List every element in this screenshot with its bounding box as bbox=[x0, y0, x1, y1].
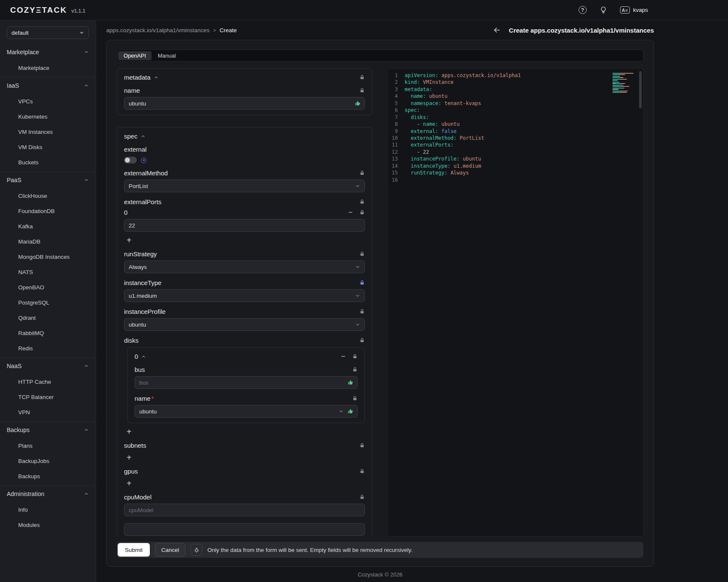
externalPorts-item-input[interactable] bbox=[124, 219, 365, 232]
sidebar-item-info[interactable]: Info bbox=[0, 502, 96, 517]
sidebar-item-vpn[interactable]: VPN bbox=[0, 405, 96, 420]
externalMethod-select[interactable]: PortList bbox=[124, 180, 365, 192]
lock-icon[interactable] bbox=[359, 75, 365, 80]
sidebar-item-clickhouse[interactable]: ClickHouse bbox=[0, 188, 96, 203]
editor-scrollbar[interactable] bbox=[639, 71, 642, 108]
debug-button[interactable] bbox=[190, 544, 202, 556]
breadcrumb-link[interactable]: apps.cozystack.io/v1alpha1/vminstances bbox=[106, 27, 210, 33]
sidebar-section-administration[interactable]: Administration bbox=[0, 486, 96, 502]
code-line: 4 name: ubuntu bbox=[388, 93, 643, 100]
user-menu[interactable]: A≡ kvaps bbox=[620, 6, 648, 14]
remove-item-button[interactable]: − bbox=[348, 209, 353, 216]
sidebar-item-http-cache[interactable]: HTTP Cache bbox=[0, 374, 96, 389]
collapse-chevron-icon[interactable] bbox=[141, 354, 146, 359]
sidebar-section-backups[interactable]: Backups bbox=[0, 422, 96, 438]
chevron-up-icon bbox=[84, 177, 89, 183]
lock-icon[interactable] bbox=[352, 396, 358, 401]
add-disk-button[interactable]: + bbox=[127, 427, 132, 436]
runStrategy-select[interactable]: Always bbox=[124, 261, 365, 273]
lock-icon[interactable] bbox=[359, 468, 365, 474]
disk-name-select[interactable]: ubuntu bbox=[135, 405, 358, 418]
sidebar-item-nats[interactable]: NATS bbox=[0, 264, 96, 280]
instanceType-select[interactable]: u1.medium bbox=[124, 289, 365, 302]
sidebar-item-plans[interactable]: Plans bbox=[0, 438, 96, 453]
line-number: 6 bbox=[388, 107, 405, 114]
sidebar-item-marketplace[interactable]: Marketplace bbox=[0, 60, 96, 75]
runStrategy-value: Always bbox=[129, 264, 147, 270]
sidebar-item-foundationdb[interactable]: FoundationDB bbox=[0, 203, 96, 219]
sidebar-item-rabbitmq[interactable]: RabbitMQ bbox=[0, 325, 96, 341]
sidebar-item-redis[interactable]: Redis bbox=[0, 341, 96, 356]
theme-bulb-icon[interactable] bbox=[599, 6, 607, 14]
sidebar-item-label: MongoDB Instances bbox=[18, 254, 70, 260]
editor-mode-tabs: OpenAPI Manual bbox=[117, 50, 643, 61]
lock-icon[interactable] bbox=[359, 170, 365, 176]
sidebar-item-postgresql[interactable]: PostgreSQL bbox=[0, 295, 96, 310]
lock-icon[interactable] bbox=[359, 251, 365, 257]
page-header: apps.cozystack.io/v1alpha1/vminstances >… bbox=[106, 20, 654, 40]
metadata-section: metadata name bbox=[117, 68, 372, 115]
tab-manual[interactable]: Manual bbox=[152, 51, 182, 60]
collapse-chevron-icon[interactable] bbox=[141, 134, 146, 139]
yaml-editor[interactable]: 1apiVersion: apps.cozystack.io/v1alpha1 … bbox=[387, 68, 643, 537]
disk-bus-input[interactable] bbox=[135, 376, 358, 389]
collapse-chevron-icon[interactable] bbox=[154, 75, 159, 80]
sidebar-item-backupjobs[interactable]: BackupJobs bbox=[0, 453, 96, 468]
sidebar-item-vm-instances[interactable]: VM Instances bbox=[0, 124, 96, 139]
help-icon[interactable]: ? bbox=[579, 6, 587, 14]
disk-name-value: ubuntu bbox=[139, 408, 157, 415]
section-label: IaaS bbox=[7, 82, 19, 89]
sidebar-item-kafka[interactable]: Kafka bbox=[0, 219, 96, 234]
sidebar-item-tcp-balancer[interactable]: TCP Balancer bbox=[0, 389, 96, 405]
instanceType-value: u1.medium bbox=[129, 293, 157, 299]
sidebar-section: IaaS VPCs Kubernetes VM Instances VM Dis… bbox=[0, 77, 96, 172]
editor-minimap[interactable] bbox=[612, 72, 636, 94]
sidebar-item-mariadb[interactable]: MariaDB bbox=[0, 234, 96, 249]
back-arrow-icon[interactable] bbox=[493, 26, 501, 34]
add-subnet-button[interactable]: + bbox=[127, 453, 132, 462]
lock-icon[interactable] bbox=[359, 210, 365, 215]
logo-text: COZYΞTACK bbox=[10, 6, 67, 15]
sidebar-item-mongodb-instances[interactable]: MongoDB Instances bbox=[0, 249, 96, 264]
logo[interactable]: COZYΞTACK v1.1.1 bbox=[10, 6, 85, 15]
cpuModel-input[interactable] bbox=[124, 504, 365, 516]
sidebar-item-vpcs[interactable]: VPCs bbox=[0, 94, 96, 109]
add-port-button[interactable]: + bbox=[127, 236, 132, 244]
tab-openapi[interactable]: OpenAPI bbox=[118, 51, 152, 60]
cancel-button[interactable]: Cancel bbox=[155, 543, 185, 557]
sidebar-item-backups[interactable]: Backups bbox=[0, 468, 96, 484]
tenant-select[interactable]: default bbox=[7, 26, 89, 39]
lock-icon[interactable] bbox=[359, 199, 365, 205]
sidebar-section-naas[interactable]: NaaS bbox=[0, 358, 96, 374]
remove-disk-button[interactable]: − bbox=[341, 353, 345, 360]
lock-icon[interactable] bbox=[352, 367, 358, 372]
add-gpu-button[interactable]: + bbox=[127, 479, 132, 488]
metadata-name-input[interactable] bbox=[124, 97, 365, 110]
lock-icon[interactable] bbox=[352, 354, 358, 359]
sidebar-item-vm-disks[interactable]: VM Disks bbox=[0, 139, 96, 155]
lock-icon[interactable] bbox=[359, 443, 365, 448]
sidebar-item-modules[interactable]: Modules bbox=[0, 517, 96, 532]
lock-icon[interactable] bbox=[359, 88, 365, 93]
lock-icon[interactable] bbox=[359, 309, 365, 314]
sidebar-section-iaas[interactable]: IaaS bbox=[0, 78, 96, 94]
sidebar-section-paas[interactable]: PaaS bbox=[0, 172, 96, 188]
sidebar-section-marketplace[interactable]: Marketplace bbox=[0, 44, 96, 60]
externalPorts-label: externalPorts bbox=[124, 198, 161, 205]
sidebar-item-buckets[interactable]: Buckets bbox=[0, 155, 96, 170]
clipped-field bbox=[124, 523, 365, 536]
sidebar-item-kubernetes[interactable]: Kubernetes bbox=[0, 109, 96, 124]
app-root: COZYΞTACK v1.1.1 ? A≡ kvaps default Mark… bbox=[0, 0, 728, 582]
lock-icon[interactable] bbox=[359, 494, 365, 500]
default-indicator-icon[interactable] bbox=[141, 158, 146, 163]
page-footer: Cozystack © 2026 bbox=[106, 567, 654, 582]
instanceProfile-select[interactable]: ubuntu bbox=[124, 318, 365, 331]
sidebar-item-openbao[interactable]: OpenBAO bbox=[0, 280, 96, 295]
lock-icon-highlighted[interactable] bbox=[359, 280, 365, 285]
submit-button[interactable]: Submit bbox=[118, 543, 150, 557]
external-toggle[interactable] bbox=[124, 157, 137, 164]
sidebar-item-label: FoundationDB bbox=[18, 208, 55, 214]
sidebar-item-qdrant[interactable]: Qdrant bbox=[0, 310, 96, 325]
metadata-title: metadata bbox=[124, 74, 151, 81]
lock-icon[interactable] bbox=[359, 338, 365, 343]
